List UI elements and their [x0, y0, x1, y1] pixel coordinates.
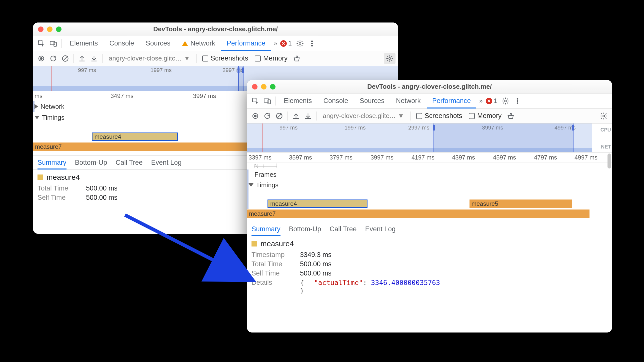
tab-performance[interactable]: Performance: [221, 36, 271, 51]
overview-selection[interactable]: [434, 124, 574, 152]
titlebar: DevTools - angry-clover-close.glitch.me/: [33, 22, 398, 36]
main-tabstrip: Elements Console Sources Network Perform…: [33, 36, 398, 51]
close-window-icon[interactable]: [252, 84, 258, 90]
capture-settings-icon[interactable]: [598, 110, 610, 122]
garbage-collect-icon[interactable]: [291, 53, 302, 64]
reload-icon[interactable]: [262, 110, 273, 122]
performance-toolbar: angry-clover-close.glitc… ▼ Screenshots …: [33, 51, 398, 66]
svg-point-18: [517, 100, 518, 102]
tab-sources[interactable]: Sources: [354, 94, 390, 108]
settings-icon[interactable]: [294, 38, 306, 49]
zoom-window-icon[interactable]: [270, 84, 276, 90]
tab-elements[interactable]: Elements: [64, 36, 104, 51]
error-icon: ✕: [280, 40, 287, 47]
record-icon[interactable]: [36, 53, 47, 64]
track-timings[interactable]: Timings: [247, 180, 612, 190]
more-tabs-icon[interactable]: »: [271, 40, 280, 47]
tab-event-log[interactable]: Event Log: [151, 156, 182, 170]
svg-point-8: [40, 58, 42, 60]
tab-sources[interactable]: Sources: [140, 36, 176, 51]
memory-checkbox[interactable]: Memory: [255, 54, 288, 62]
window-title: DevTools - angry-clover-close.glitch.me/: [247, 83, 612, 90]
overview-selection[interactable]: [238, 66, 244, 91]
scrollbar-thumb[interactable]: [608, 154, 611, 168]
overview-strip[interactable]: 997 ms 1997 ms 2997 ms 3997 ms 4997 ms C…: [247, 124, 612, 152]
reload-icon[interactable]: [48, 53, 59, 64]
tab-network[interactable]: Network: [176, 36, 221, 51]
tab-call-tree[interactable]: Call Tree: [330, 222, 357, 236]
segment-measure4[interactable]: measure4: [268, 200, 368, 208]
timing-lane[interactable]: measure4 measure5: [247, 199, 612, 209]
segment-measure5[interactable]: measure5: [470, 200, 572, 208]
svg-point-6: [312, 45, 312, 46]
garbage-collect-icon[interactable]: [505, 110, 516, 122]
window-traffic-lights[interactable]: [38, 22, 62, 36]
zoom-window-icon[interactable]: [56, 26, 62, 32]
disclosure-down-icon: [248, 183, 254, 187]
error-icon: ✕: [486, 98, 492, 104]
checkbox-icon: [469, 113, 475, 119]
timing-lane[interactable]: measure7: [247, 209, 612, 219]
svg-rect-11: [296, 56, 298, 58]
tab-bottom-up[interactable]: Bottom-Up: [75, 156, 107, 170]
tab-summary[interactable]: Summary: [38, 156, 66, 170]
window-traffic-lights[interactable]: [252, 80, 276, 93]
minimize-window-icon[interactable]: [47, 26, 52, 32]
warning-icon: [182, 41, 188, 46]
close-window-icon[interactable]: [38, 26, 44, 32]
svg-point-3: [299, 42, 301, 44]
error-count[interactable]: ✕ 1: [486, 97, 497, 105]
checkbox-icon: [416, 113, 422, 119]
segment-measure4[interactable]: measure4: [92, 132, 178, 141]
window-title: DevTools - angry-clover-close.glitch.me/: [33, 25, 398, 33]
device-toggle-icon[interactable]: [48, 38, 59, 49]
error-count[interactable]: ✕ 1: [280, 40, 292, 47]
tab-performance[interactable]: Performance: [427, 94, 476, 108]
detail-row: Self Time 500.00 ms: [252, 270, 608, 277]
main-tabstrip: Elements Console Sources Network Perform…: [247, 94, 612, 108]
record-icon[interactable]: [250, 110, 261, 122]
tab-summary[interactable]: Summary: [252, 222, 280, 236]
tab-call-tree[interactable]: Call Tree: [116, 156, 143, 170]
memory-checkbox[interactable]: Memory: [469, 112, 502, 120]
profile-selector[interactable]: angry-clover-close.glitc… ▼: [105, 54, 194, 63]
minimize-window-icon[interactable]: [261, 84, 266, 90]
net-label: NET: [601, 144, 611, 150]
checkbox-icon: [255, 56, 261, 62]
detail-row: Total Time 500.00 ms: [252, 260, 608, 268]
svg-point-17: [517, 98, 518, 99]
more-tabs-icon[interactable]: »: [477, 98, 485, 104]
inspect-element-icon[interactable]: [36, 38, 47, 49]
kebab-menu-icon[interactable]: [306, 38, 318, 49]
inspect-element-icon[interactable]: [250, 95, 261, 107]
detail-row-timestamp: Timestamp 3349.3 ms: [252, 251, 608, 259]
track-frames[interactable]: Frames: [247, 170, 612, 180]
tab-event-log[interactable]: Event Log: [365, 222, 396, 236]
screenshots-checkbox[interactable]: Screenshots: [416, 112, 462, 120]
profile-selector[interactable]: angry-clover-close.glitc… ▼: [319, 111, 408, 120]
time-ruler[interactable]: 3397 ms 3597 ms 3797 ms 3997 ms 4197 ms …: [247, 152, 612, 162]
segment-measure7[interactable]: measure7: [247, 210, 590, 218]
tab-console[interactable]: Console: [104, 36, 140, 51]
clear-icon[interactable]: [60, 53, 71, 64]
screenshots-checkbox[interactable]: Screenshots: [202, 54, 248, 62]
tab-console[interactable]: Console: [318, 94, 354, 108]
upload-icon[interactable]: [290, 110, 302, 122]
download-icon[interactable]: [88, 53, 100, 64]
chevron-down-icon: ▼: [184, 54, 190, 62]
chevron-down-icon: ▼: [398, 112, 404, 120]
capture-settings-icon[interactable]: [384, 53, 396, 64]
tab-elements[interactable]: Elements: [278, 94, 318, 108]
summary-pane: measure4 Timestamp 3349.3 ms Total Time …: [247, 236, 612, 302]
device-toggle-icon[interactable]: [262, 95, 273, 107]
tab-network[interactable]: Network: [390, 94, 426, 108]
download-icon[interactable]: [302, 110, 314, 122]
kebab-menu-icon[interactable]: [512, 95, 523, 107]
settings-icon[interactable]: [500, 95, 511, 107]
svg-point-16: [504, 100, 506, 102]
tab-bottom-up[interactable]: Bottom-Up: [289, 222, 321, 236]
ruler-unit: ms: [34, 92, 42, 100]
clear-icon[interactable]: [274, 110, 285, 122]
details-tabstrip: Summary Bottom-Up Call Tree Event Log: [247, 222, 612, 236]
upload-icon[interactable]: [76, 53, 88, 64]
